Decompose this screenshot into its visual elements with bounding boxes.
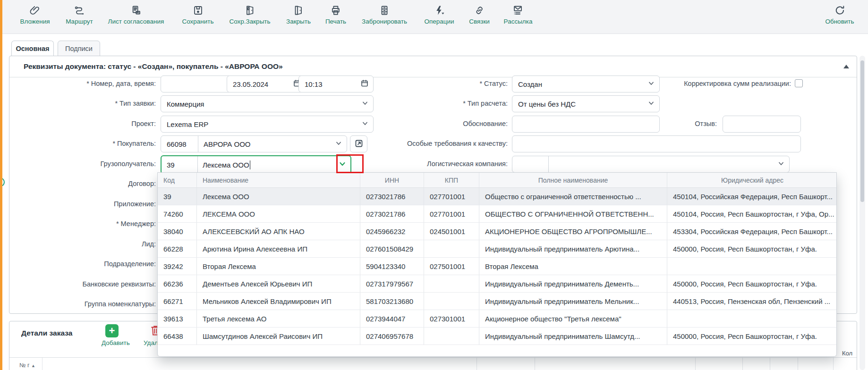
toolbar-label: Лист согласования: [108, 18, 164, 25]
chevron-down-icon[interactable]: [648, 80, 655, 88]
toolbar-label: Вложения: [20, 18, 50, 25]
calc-type-select[interactable]: От цены без НДС: [512, 95, 660, 112]
grid-line: [42, 358, 43, 370]
field-label-consignee: Грузополучатель:: [14, 159, 156, 168]
column-header[interactable]: Код: [158, 173, 197, 187]
chevron-down-icon[interactable]: [335, 140, 342, 148]
grid-line: [742, 358, 743, 370]
request-type-value: Коммерция: [167, 100, 204, 108]
grid-line: [798, 358, 798, 370]
refresh-icon: [834, 5, 845, 16]
grid-line: [535, 358, 535, 370]
time-value: 10:13: [305, 80, 323, 88]
field-label-nomenclature-group: Группа номенклатуры:: [14, 299, 156, 309]
dropdown-header-row: Код Наименование ИНН КПП Полное наименов…: [158, 173, 836, 188]
left-accent-bar: [0, 0, 2, 370]
column-header[interactable]: Юридический адрес: [667, 173, 837, 187]
buyer-name: АВРОРА ООО: [198, 140, 256, 148]
status-select[interactable]: Создан: [512, 76, 660, 92]
dropdown-row[interactable]: 39242Вторая Лексема5904123340027501001Вт…: [158, 258, 836, 275]
tab-signatures[interactable]: Подписи: [58, 41, 100, 57]
sales-correction-checkbox[interactable]: [795, 79, 803, 87]
review-input[interactable]: [723, 116, 801, 133]
approval-sheet-icon: [130, 5, 142, 16]
toolbar-mailing-button[interactable]: Рассылка: [504, 5, 533, 25]
field-label-quality-requirements: Особые требования к качеству:: [347, 139, 508, 148]
column-header[interactable]: Полное наименование: [479, 173, 667, 187]
grid-col-number-header[interactable]: № г ▲: [19, 362, 35, 369]
dropdown-row[interactable]: 66271Мельников Алексей Владимирович ИП58…: [158, 293, 836, 310]
field-label-review: Отзыв:: [661, 119, 717, 128]
mailing-icon: [512, 5, 524, 16]
toolbar-refresh-button[interactable]: Обновить: [825, 5, 854, 25]
field-label-calc-type: * Тип расчета:: [347, 99, 508, 108]
column-header[interactable]: КПП: [424, 173, 479, 187]
toolbar-label: Рассылка: [504, 18, 533, 25]
toolbar-approval-sheet-button[interactable]: Лист согласования: [108, 5, 164, 25]
tab-label: Подписи: [65, 45, 93, 52]
order-details-title: Детали заказа: [21, 329, 72, 337]
status-value: Создан: [518, 80, 542, 88]
grid-divider: [9, 357, 857, 358]
project-select[interactable]: Lexema ERP: [161, 116, 374, 133]
save-icon: [192, 5, 204, 16]
chevron-down-icon[interactable]: [648, 100, 655, 108]
logistics-company-combo[interactable]: [512, 156, 790, 173]
consignee-combo[interactable]: 39 Лексема ООО: [161, 155, 351, 174]
quality-requirements-input[interactable]: [512, 135, 801, 152]
chevron-down-icon[interactable]: [778, 160, 784, 168]
collapse-panel-arrow-icon[interactable]: [843, 65, 849, 68]
consignee-dropdown-popup: Код Наименование ИНН КПП Полное наименов…: [157, 172, 837, 357]
calc-type-value: От цены без НДС: [518, 100, 576, 108]
dropdown-row[interactable]: 39Лексема ООО0273021786027701001Общество…: [158, 188, 836, 205]
request-type-select[interactable]: Коммерция: [161, 95, 374, 112]
toolbar-label: Операции: [424, 18, 454, 25]
date-input[interactable]: 23.05.2024: [227, 76, 306, 92]
column-header[interactable]: ИНН: [360, 173, 424, 187]
field-label-lead: Лид:: [14, 239, 156, 249]
dropdown-row[interactable]: 66438Шамсутдинов Алексей Раисович ИП0274…: [158, 328, 836, 345]
tab-label: Основная: [16, 45, 49, 52]
tab-main[interactable]: Основная: [11, 41, 54, 57]
field-label-number-date-time: * Номер, дата, время:: [14, 79, 156, 88]
print-icon: [330, 5, 341, 16]
route-icon: [74, 5, 85, 16]
toolbar-label: Маршрут: [66, 18, 93, 25]
field-label-project: Проект:: [14, 119, 156, 128]
operations-lightning-icon: [433, 5, 445, 16]
vertical-scrollbar-thumb[interactable]: [860, 60, 864, 202]
date-value: 23.05.2024: [233, 80, 268, 88]
text-cursor: [250, 160, 251, 169]
column-header[interactable]: Наименование: [197, 173, 360, 187]
grid-line: [770, 358, 770, 370]
toolbar-operations-button[interactable]: Операции: [424, 5, 454, 25]
toolbar-reserve-button[interactable]: Забронировать: [362, 5, 407, 25]
toolbar-label: Сохр.Закрыть: [229, 18, 270, 25]
toolbar-print-button[interactable]: Печать: [325, 5, 346, 25]
toolbar-attachments-button[interactable]: Вложения: [20, 5, 50, 25]
buyer-code: 66098: [161, 140, 198, 148]
project-value: Lexema ERP: [167, 120, 208, 128]
toolbar-close-button[interactable]: Закрыть: [286, 5, 311, 25]
toolbar-save-button[interactable]: Сохранить: [182, 5, 213, 25]
field-label-buyer: * Покупатель:: [14, 139, 156, 148]
field-label-justification: Обоснование:: [347, 119, 508, 128]
toolbar-label: Обновить: [825, 18, 854, 25]
toolbar-label: Печать: [325, 18, 346, 25]
dropdown-row[interactable]: 38040АЛЕКСЕЕВСКИЙ АО АПК НАО024596623202…: [158, 223, 836, 240]
toolbar-links-button[interactable]: Связки: [469, 5, 490, 25]
dropdown-row[interactable]: 66228Арютина Ирина Алексеевна ИП02760150…: [158, 240, 836, 258]
add-row-button[interactable]: +: [105, 324, 119, 337]
number-input[interactable]: [161, 76, 234, 92]
save-close-icon: [244, 5, 255, 16]
toolbar-save-close-button[interactable]: Сохр.Закрыть: [229, 5, 270, 25]
sort-asc-icon: ▲: [31, 363, 35, 368]
dropdown-row[interactable]: 66236Дементьев Алексей Юрьевич ИП0273179…: [158, 275, 836, 293]
consignee-name: Лексема ООО: [197, 161, 249, 169]
grid-col-qty-header[interactable]: Кол: [842, 350, 852, 357]
buyer-combo[interactable]: 66098 АВРОРА ООО: [161, 135, 347, 152]
dropdown-row[interactable]: 74260ЛЕКСЕМА ООО0273021786027701001ОБЩЕС…: [158, 205, 836, 223]
toolbar-route-button[interactable]: Маршрут: [66, 5, 93, 25]
dropdown-row[interactable]: 39613Третья лексема АО027394404702730100…: [158, 310, 836, 328]
justification-input[interactable]: [512, 116, 660, 133]
